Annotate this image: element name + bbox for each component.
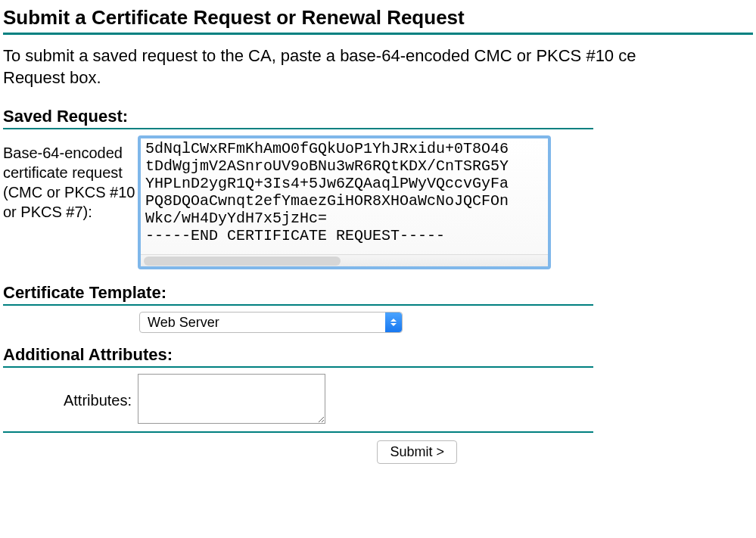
resize-grip-icon[interactable] bbox=[537, 256, 546, 265]
submit-row: Submit > bbox=[3, 440, 593, 464]
cert-template-heading: Certificate Template: bbox=[3, 283, 593, 303]
csr-scrollbar-thumb[interactable] bbox=[144, 257, 341, 266]
saved-request-label: Base-64-encoded certificate request (CMC… bbox=[3, 135, 138, 222]
csr-container: 5dNqlCWxRFmKhAmO0fGQkUoP1YhJRxidu+0T8O46… bbox=[138, 135, 551, 269]
chevron-up-icon bbox=[390, 319, 397, 322]
submit-button[interactable]: Submit > bbox=[377, 440, 457, 464]
attributes-label: Attributes: bbox=[3, 374, 138, 409]
chevron-down-icon bbox=[390, 323, 397, 326]
cert-template-row: Web Server bbox=[139, 312, 593, 333]
intro-line1: To submit a saved request to the CA, pas… bbox=[3, 46, 636, 65]
title-divider bbox=[3, 33, 753, 35]
select-spinner-icon[interactable] bbox=[385, 313, 402, 332]
csr-scrollbar[interactable] bbox=[141, 254, 548, 266]
attributes-textarea[interactable] bbox=[138, 374, 325, 424]
additional-attributes-divider bbox=[3, 366, 593, 368]
intro-text: To submit a saved request to the CA, pas… bbox=[3, 45, 753, 89]
page-title: Submit a Certificate Request or Renewal … bbox=[3, 6, 753, 31]
cert-template-select-wrap[interactable]: Web Server bbox=[139, 312, 403, 333]
csr-textarea[interactable]: 5dNqlCWxRFmKhAmO0fGQkUoP1YhJRxidu+0T8O46… bbox=[141, 138, 548, 250]
bottom-divider bbox=[3, 431, 593, 433]
intro-line2: Request box. bbox=[3, 68, 101, 87]
cert-template-select[interactable]: Web Server bbox=[148, 313, 402, 332]
saved-request-heading: Saved Request: bbox=[3, 107, 593, 126]
saved-request-divider bbox=[3, 128, 593, 129]
attributes-row: Attributes: bbox=[3, 374, 593, 424]
cert-template-divider bbox=[3, 304, 593, 306]
additional-attributes-heading: Additional Attributes: bbox=[3, 345, 593, 365]
saved-request-row: Base-64-encoded certificate request (CMC… bbox=[3, 135, 593, 269]
